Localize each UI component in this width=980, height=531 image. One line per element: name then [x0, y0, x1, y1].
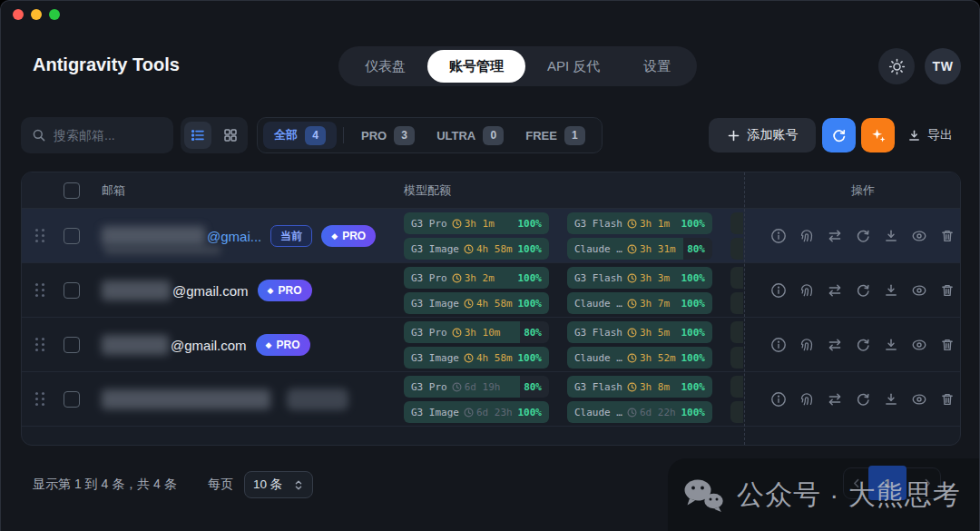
clipped-chip: [730, 292, 743, 314]
quota-chip: G3 Flash3h 8m100%: [567, 376, 712, 398]
watermark: 公众号 · 大熊思考: [668, 458, 980, 531]
app-window: Antigravity Tools 仪表盘 账号管理 API 反代 设置 TW: [0, 0, 980, 531]
refresh-all-button[interactable]: [822, 118, 856, 152]
grid-view-button[interactable]: [217, 122, 244, 149]
filter-pro[interactable]: PRO 3: [350, 122, 426, 149]
swap-icon[interactable]: [827, 228, 843, 244]
clock-icon: [627, 219, 637, 229]
info-icon[interactable]: [770, 282, 787, 299]
fingerprint-icon[interactable]: [799, 282, 815, 299]
row-actions: [770, 372, 956, 427]
tab-api-proxy[interactable]: API 反代: [525, 50, 622, 83]
email-text[interactable]: @gmail.com: [172, 283, 249, 299]
clock-icon: [452, 273, 462, 283]
pro-badge: ◆PRO: [258, 280, 312, 301]
trash-icon[interactable]: [939, 391, 956, 408]
info-icon[interactable]: [770, 391, 787, 408]
trash-icon[interactable]: [939, 282, 956, 299]
clipped-chip: [730, 321, 743, 343]
tab-accounts[interactable]: 账号管理: [427, 50, 525, 83]
list-view-button[interactable]: [184, 122, 211, 149]
refresh-row-icon[interactable]: [855, 282, 871, 299]
avatar[interactable]: TW: [925, 48, 961, 84]
quota-chip: Claude …3h 52m100%: [567, 347, 712, 369]
info-icon[interactable]: [770, 337, 787, 353]
eye-icon[interactable]: [911, 391, 927, 408]
redacted-email: [102, 226, 205, 246]
per-page-label: 每页: [208, 477, 233, 493]
filter-free[interactable]: FREE 1: [514, 122, 596, 149]
table-row[interactable]: @gmail.com ◆PRO G3 Pro3h 2m100% G3 Image…: [22, 263, 960, 318]
ai-assistant-button[interactable]: [861, 118, 895, 152]
add-account-button[interactable]: 添加账号: [709, 118, 816, 152]
close-button[interactable]: [13, 9, 24, 20]
refresh-row-icon[interactable]: [855, 228, 871, 244]
drag-handle-icon[interactable]: [35, 229, 44, 242]
drag-handle-icon[interactable]: [35, 392, 44, 406]
drag-handle-icon[interactable]: [35, 338, 44, 351]
search-input[interactable]: [54, 128, 162, 143]
clock-icon: [452, 219, 462, 229]
row-checkbox[interactable]: [64, 337, 80, 353]
select-all-checkbox[interactable]: [64, 182, 80, 199]
eye-icon[interactable]: [911, 337, 927, 353]
quota-chip: G3 Flash3h 5m100%: [567, 321, 712, 343]
tab-settings[interactable]: 设置: [622, 50, 692, 83]
clock-icon: [627, 353, 637, 363]
refresh-row-icon[interactable]: [855, 391, 871, 408]
eye-icon[interactable]: [911, 282, 927, 299]
swap-icon[interactable]: [827, 337, 843, 353]
download-icon[interactable]: [883, 391, 899, 408]
diamond-icon: ◆: [268, 286, 274, 295]
trash-icon[interactable]: [939, 228, 956, 244]
diamond-icon: ◆: [331, 231, 338, 241]
quota-chip: G3 Pro3h 1m100%: [404, 212, 549, 234]
tab-dashboard[interactable]: 仪表盘: [343, 50, 427, 83]
fingerprint-icon[interactable]: [799, 337, 815, 353]
download-icon[interactable]: [883, 337, 899, 353]
filter-ultra[interactable]: ULTRA 0: [426, 122, 514, 149]
export-button[interactable]: 导出: [907, 118, 953, 152]
email-text[interactable]: @gmail.com: [171, 338, 247, 353]
row-checkbox[interactable]: [64, 228, 80, 244]
eye-icon[interactable]: [911, 228, 927, 244]
search-icon: [32, 128, 46, 143]
filter-all-count: 4: [305, 126, 326, 145]
table-row[interactable]: G3 Pro6d 19h80% G3 Image6d 23h100% G3 Fl…: [22, 372, 960, 427]
row-checkbox[interactable]: [64, 282, 80, 299]
quota-chip: Claude …3h 31m80%: [567, 238, 712, 260]
filter-divider: [343, 127, 344, 143]
download-icon[interactable]: [883, 228, 899, 244]
fingerprint-icon[interactable]: [799, 391, 815, 408]
minimize-button[interactable]: [31, 9, 42, 20]
clock-icon: [464, 299, 474, 309]
column-divider: [744, 172, 745, 445]
clock-icon: [464, 244, 474, 254]
row-checkbox[interactable]: [64, 391, 80, 408]
table-row[interactable]: @gmail.com ◆PRO G3 Pro3h 10m80% G3 Image…: [22, 318, 960, 372]
clock-icon: [627, 299, 637, 309]
row-actions: [770, 263, 956, 318]
download-icon[interactable]: [883, 282, 899, 299]
theme-toggle-button[interactable]: [878, 48, 915, 84]
window-controls: [13, 9, 60, 20]
zoom-button[interactable]: [49, 9, 60, 20]
refresh-row-icon[interactable]: [855, 337, 871, 353]
pro-badge: ◆PRO: [256, 334, 310, 356]
diamond-icon: ◆: [266, 340, 272, 349]
table-row[interactable]: @gmai... 当前 ◆PRO G3 Pro3h 1m100% G3 Imag…: [22, 209, 960, 263]
swap-icon[interactable]: [827, 391, 843, 408]
drag-handle-icon[interactable]: [35, 283, 44, 297]
row-actions: [770, 209, 956, 263]
grid-view-icon: [223, 128, 238, 143]
info-icon[interactable]: [770, 228, 787, 244]
swap-icon[interactable]: [827, 282, 843, 299]
trash-icon[interactable]: [939, 337, 956, 353]
per-page-select[interactable]: 10 条: [244, 471, 313, 498]
sun-icon: [888, 58, 906, 75]
email-text[interactable]: @gmai...: [207, 229, 261, 244]
filter-all[interactable]: 全部 4: [263, 122, 337, 149]
fingerprint-icon[interactable]: [799, 228, 815, 244]
wechat-icon: [682, 477, 725, 513]
results-summary: 显示第 1 到 4 条，共 4 条: [33, 477, 177, 493]
